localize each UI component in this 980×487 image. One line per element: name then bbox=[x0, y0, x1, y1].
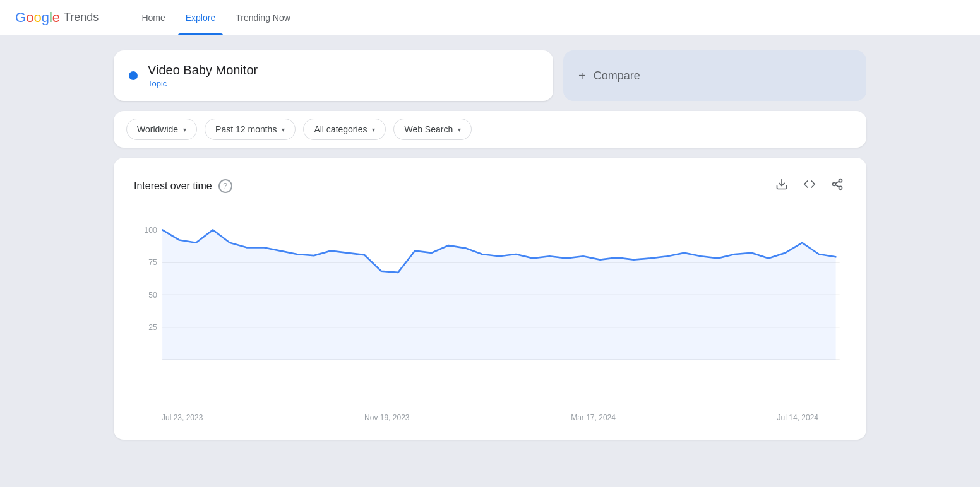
category-dropdown-arrow: ▾ bbox=[372, 126, 375, 133]
share-button[interactable] bbox=[828, 175, 846, 196]
svg-marker-15 bbox=[162, 230, 835, 360]
chart-actions bbox=[773, 175, 846, 196]
google-logo: Google bbox=[15, 9, 60, 26]
location-filter[interactable]: Worldwide ▾ bbox=[126, 119, 197, 140]
download-button[interactable] bbox=[773, 175, 791, 196]
nav-explore[interactable]: Explore bbox=[178, 0, 223, 35]
x-axis-labels: Jul 23, 2023 Nov 19, 2023 Mar 17, 2024 J… bbox=[134, 408, 846, 422]
x-label-1: Jul 23, 2023 bbox=[162, 413, 203, 422]
trends-logo-text: Trends bbox=[64, 11, 99, 24]
filter-bar: Worldwide ▾ Past 12 months ▾ All categor… bbox=[114, 111, 866, 148]
main-content: Video Baby Monitor Topic + Compare World… bbox=[0, 35, 980, 455]
category-filter-label: All categories bbox=[314, 124, 367, 134]
time-dropdown-arrow: ▾ bbox=[282, 126, 285, 133]
g-letter-blue: G bbox=[15, 9, 26, 25]
logo: Google Trends bbox=[15, 9, 99, 26]
search-type-dropdown-arrow: ▾ bbox=[458, 126, 461, 133]
svg-text:50: 50 bbox=[148, 290, 157, 299]
help-icon[interactable]: ? bbox=[218, 179, 232, 193]
x-label-2: Nov 19, 2023 bbox=[364, 413, 409, 422]
chart-title-area: Interest over time ? bbox=[134, 179, 232, 193]
svg-text:75: 75 bbox=[148, 258, 157, 267]
embed-button[interactable] bbox=[801, 175, 818, 196]
search-type-filter-label: Web Search bbox=[404, 124, 453, 134]
svg-line-4 bbox=[835, 185, 839, 187]
category-filter[interactable]: All categories ▾ bbox=[303, 119, 386, 140]
search-text: Video Baby Monitor Topic bbox=[148, 63, 258, 88]
compare-label: Compare bbox=[594, 69, 640, 83]
chart-container: 100 75 50 25 Jul 23, 2023 Nov 19, 2023 M… bbox=[134, 216, 846, 422]
chart-title: Interest over time bbox=[134, 180, 212, 192]
header: Google Trends Home Explore Trending Now bbox=[0, 0, 980, 35]
x-label-3: Mar 17, 2024 bbox=[571, 413, 616, 422]
location-dropdown-arrow: ▾ bbox=[183, 126, 186, 133]
location-filter-label: Worldwide bbox=[137, 124, 178, 134]
x-label-4: Jul 14, 2024 bbox=[777, 413, 818, 422]
search-type-filter[interactable]: Web Search ▾ bbox=[393, 119, 472, 140]
g-letter-yellow: o bbox=[33, 9, 41, 25]
g-letter-red: o bbox=[26, 9, 33, 25]
interest-over-time-chart: 100 75 50 25 bbox=[134, 216, 846, 406]
topic-dot bbox=[129, 71, 138, 80]
g-letter-blue2: g bbox=[42, 9, 49, 25]
search-box: Video Baby Monitor Topic bbox=[114, 50, 553, 101]
nav-home[interactable]: Home bbox=[134, 0, 172, 35]
compare-plus-icon: + bbox=[578, 69, 586, 83]
search-topic-title: Video Baby Monitor bbox=[148, 63, 258, 78]
svg-line-5 bbox=[835, 181, 839, 183]
svg-text:25: 25 bbox=[148, 323, 157, 332]
nav-trending[interactable]: Trending Now bbox=[228, 0, 298, 35]
g-letter-red2: e bbox=[52, 9, 60, 25]
time-filter[interactable]: Past 12 months ▾ bbox=[205, 119, 296, 140]
search-area: Video Baby Monitor Topic + Compare bbox=[114, 50, 866, 101]
chart-header: Interest over time ? bbox=[134, 175, 846, 196]
compare-box[interactable]: + Compare bbox=[563, 50, 866, 101]
chart-card: Interest over time ? bbox=[114, 158, 866, 440]
main-nav: Home Explore Trending Now bbox=[134, 0, 297, 35]
svg-text:100: 100 bbox=[144, 225, 157, 234]
time-filter-label: Past 12 months bbox=[215, 124, 277, 134]
search-topic-type: Topic bbox=[148, 79, 258, 88]
